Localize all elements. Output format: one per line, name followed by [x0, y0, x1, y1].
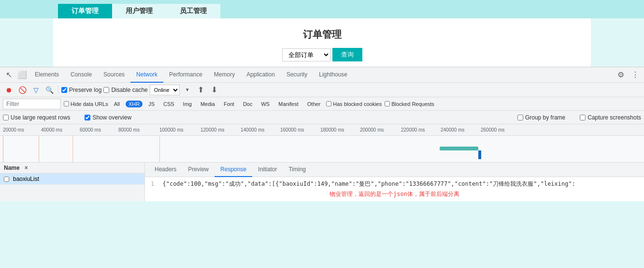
- timeline-spike-3: [159, 136, 160, 162]
- tab-headers[interactable]: Headers: [149, 163, 182, 177]
- filter-input[interactable]: [3, 99, 61, 109]
- json-content: {"code":100,"msg":"成功","data":[{"baoxiuI…: [162, 180, 575, 187]
- timeline-mark-9: 200000 ms: [360, 127, 384, 133]
- request-name: baoxiuList: [13, 176, 39, 182]
- tab-console[interactable]: Console: [65, 67, 98, 83]
- network-toolbar: ⏺ 🚫 ▽ 🔍 Preserve log Disable cache Onlin…: [0, 83, 644, 97]
- timeline-spike-2: [72, 136, 73, 162]
- search-icon[interactable]: 🔍: [43, 84, 55, 96]
- has-blocked-cookies-label[interactable]: Has blocked cookies: [326, 101, 382, 107]
- preserve-log-label[interactable]: Preserve log: [61, 87, 101, 93]
- tab-application[interactable]: Application: [241, 67, 281, 83]
- throttle-select[interactable]: Online: [150, 85, 180, 95]
- tab-preview[interactable]: Preview: [182, 163, 215, 177]
- timeline-mark-4: 100000 ms: [159, 127, 183, 133]
- filter-xhr[interactable]: XHR: [126, 101, 143, 107]
- disable-cache-label[interactable]: Disable cache: [103, 87, 147, 93]
- tab-memory[interactable]: Memory: [208, 67, 241, 83]
- order-filter-select[interactable]: 全部订单: [282, 48, 330, 61]
- filter-row: 全部订单 查询: [53, 48, 591, 61]
- timeline-mark-0: 20000 ms: [3, 127, 24, 133]
- more-icon[interactable]: ⋮: [629, 68, 642, 82]
- blocked-requests-label[interactable]: Blocked Requests: [385, 101, 434, 107]
- filter-media[interactable]: Media: [198, 101, 218, 107]
- clear-icon[interactable]: 🚫: [16, 84, 28, 96]
- devtools-tabs-right: ⚙ ⋮: [614, 68, 642, 82]
- timeline-mark-7: 160000 ms: [280, 127, 304, 133]
- filter-other[interactable]: Other: [304, 101, 324, 107]
- row-checkbox[interactable]: [4, 177, 9, 182]
- upload-icon[interactable]: ⬆: [195, 84, 207, 96]
- timeline-mark-6: 140000 ms: [241, 127, 264, 133]
- devtools: ↖ ⬜ Elements Console Sources Network Per…: [0, 67, 644, 201]
- show-overview-checkbox[interactable]: [85, 115, 90, 120]
- download-icon[interactable]: ⬇: [209, 84, 220, 96]
- filter-bar: Hide data URLs All XHR JS CSS Img Media …: [0, 97, 644, 111]
- tab-elements[interactable]: Elements: [29, 67, 65, 83]
- throttle-arrow-icon[interactable]: ▼: [182, 84, 193, 96]
- table-row[interactable]: baoxiuList: [0, 174, 144, 185]
- tab-timing[interactable]: Timing: [283, 163, 312, 177]
- response-content: 1 {"code":100,"msg":"成功","data":[{"baoxi…: [145, 177, 644, 201]
- filter-js[interactable]: JS: [145, 101, 157, 107]
- timeline-spike-0: [3, 136, 3, 162]
- settings-icon[interactable]: ⚙: [614, 68, 628, 82]
- group-by-frame-checkbox[interactable]: [517, 115, 523, 120]
- timeline-mark-12: 260000 ms: [481, 127, 504, 133]
- timeline-mark-1: 40000 ms: [41, 127, 62, 133]
- toolbar-divider-1: [58, 86, 58, 94]
- timeline-bar-main: [440, 147, 478, 150]
- disable-cache-checkbox[interactable]: [103, 87, 109, 93]
- tab-initiator[interactable]: Initiator: [252, 163, 283, 177]
- capture-screenshots-label[interactable]: Capture screenshots: [580, 114, 641, 121]
- timeline-mark-8: 180000 ms: [320, 127, 344, 133]
- show-overview-label[interactable]: Show overview: [85, 114, 131, 121]
- timeline-graph: [0, 136, 644, 163]
- annotation-text: 物业管理，返回的是一个json体，属于前后端分离: [151, 190, 638, 198]
- timeline-bar-end: [478, 150, 481, 159]
- timeline-mark-10: 220000 ms: [401, 127, 425, 133]
- response-tabs: Headers Preview Response Initiator Timin…: [145, 163, 644, 177]
- filter-ws[interactable]: WS: [258, 101, 272, 107]
- timeline-mark-3: 80000 ms: [118, 127, 140, 133]
- filter-manifest[interactable]: Manifest: [275, 101, 301, 107]
- page-title: 订单管理: [53, 28, 591, 41]
- tab-lighthouse[interactable]: Lighthouse: [313, 67, 353, 83]
- nav-staff[interactable]: 员工管理: [166, 4, 220, 18]
- response-panel: Headers Preview Response Initiator Timin…: [145, 163, 644, 201]
- nav-users[interactable]: 用户管理: [112, 4, 166, 18]
- nav-orders[interactable]: 订单管理: [58, 4, 112, 18]
- filter-all[interactable]: All: [111, 101, 123, 107]
- tab-network[interactable]: Network: [130, 67, 163, 83]
- timeline-header: 20000 ms 40000 ms 60000 ms 80000 ms 1000…: [0, 124, 644, 136]
- filter-css[interactable]: CSS: [160, 101, 177, 107]
- line-number: 1: [151, 180, 154, 187]
- hide-data-urls-label[interactable]: Hide data URLs: [64, 101, 108, 107]
- filter-icon[interactable]: ▽: [30, 84, 42, 96]
- close-col-icon[interactable]: ×: [25, 164, 28, 171]
- tab-response[interactable]: Response: [215, 163, 252, 177]
- preserve-log-checkbox[interactable]: [61, 87, 67, 93]
- tab-sources[interactable]: Sources: [98, 67, 130, 83]
- query-button[interactable]: 查询: [332, 48, 362, 61]
- request-list-header: Name ×: [0, 163, 144, 174]
- hide-data-urls-checkbox[interactable]: [64, 101, 69, 106]
- tab-security[interactable]: Security: [281, 67, 313, 83]
- has-blocked-cookies-checkbox[interactable]: [326, 101, 331, 106]
- use-large-rows-checkbox[interactable]: [3, 115, 9, 120]
- filter-img[interactable]: Img: [180, 101, 195, 107]
- filter-font[interactable]: Font: [221, 101, 237, 107]
- top-nav: 订单管理 用户管理 员工管理: [0, 0, 644, 18]
- devtools-device-icon[interactable]: ⬜: [15, 68, 29, 82]
- use-large-rows-label[interactable]: Use large request rows: [3, 114, 70, 121]
- record-icon[interactable]: ⏺: [3, 84, 14, 96]
- devtools-cursor-icon[interactable]: ↖: [2, 68, 15, 82]
- main-content: 订单管理 全部订单 查询: [53, 18, 591, 67]
- capture-screenshots-checkbox[interactable]: [580, 115, 586, 120]
- filter-doc[interactable]: Doc: [240, 101, 256, 107]
- tab-performance[interactable]: Performance: [163, 67, 208, 83]
- network-bottom: Name × baoxiuList Headers Preview Respon…: [0, 163, 644, 201]
- blocked-requests-checkbox[interactable]: [385, 101, 390, 106]
- timeline-mark-2: 60000 ms: [80, 127, 101, 133]
- group-by-frame-label[interactable]: Group by frame: [517, 114, 565, 121]
